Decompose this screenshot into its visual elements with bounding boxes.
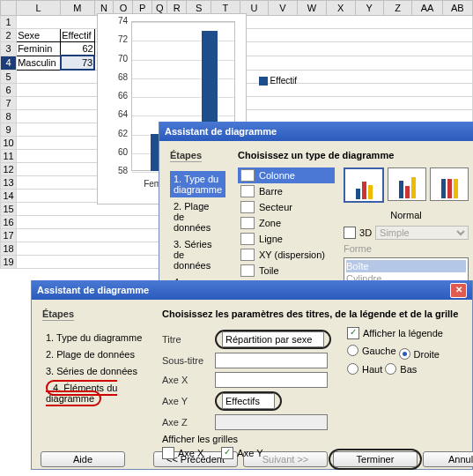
cell-M2[interactable]: Effectif: [61, 29, 94, 42]
row-header[interactable]: 10: [1, 137, 17, 150]
bar-chart-icon: [240, 185, 255, 197]
chart-legend: Effectif: [259, 76, 297, 86]
row-header[interactable]: 8: [1, 110, 17, 123]
col-header[interactable]: Z: [384, 1, 412, 16]
axex-input[interactable]: [215, 372, 328, 388]
legend-pos-bottom-radio[interactable]: Bas: [385, 363, 417, 375]
legend-pos-left-radio[interactable]: Gauche: [347, 345, 396, 356]
threeD-checkbox[interactable]: 3D: [344, 227, 372, 239]
chart-variant-thumb[interactable]: [344, 167, 384, 203]
variant-name: Normal: [344, 210, 469, 220]
row-header[interactable]: 13: [1, 176, 17, 190]
cell-L4[interactable]: Masculin: [17, 56, 61, 70]
row-header[interactable]: 16: [1, 216, 17, 229]
chart-type-item[interactable]: XY (dispersion): [238, 247, 335, 263]
steps-heading: Étapes: [42, 309, 74, 321]
row-header[interactable]: 6: [1, 84, 17, 97]
dialog-title: Assistant de diagramme: [165, 122, 277, 141]
gridx-checkbox[interactable]: Axe X: [162, 447, 203, 459]
row-header[interactable]: 4: [1, 56, 17, 70]
chart-type-item[interactable]: Secteur: [238, 199, 335, 215]
dialog-titlebar[interactable]: Assistant de diagramme ✕: [32, 280, 472, 300]
choose-type-label: Choisissez un type de diagramme: [238, 150, 469, 160]
row-header[interactable]: 14: [1, 190, 17, 203]
axey-input[interactable]: [222, 393, 275, 409]
help-button[interactable]: Aide: [41, 451, 125, 467]
gridy-checkbox[interactable]: ✓Axe Y: [221, 447, 262, 459]
grids-label: Afficher les grilles: [162, 434, 331, 444]
step-item[interactable]: 3. Séries de données: [170, 236, 225, 273]
axez-input: [215, 414, 328, 430]
axey-label: Axe Y: [162, 396, 208, 406]
cell-L2[interactable]: Sexe: [17, 29, 61, 42]
area-chart-icon: [240, 217, 255, 229]
chart-wizard-type-dialog: Assistant de diagramme Étapes 1. Type du…: [159, 122, 473, 294]
step-item[interactable]: 1. Type du diagramme: [170, 171, 225, 197]
dialog-title: Assistant de diagramme: [37, 280, 149, 300]
col-header[interactable]: M: [61, 1, 94, 16]
chart-variant-thumb[interactable]: [388, 167, 426, 201]
legend-swatch-icon: [259, 77, 268, 86]
step-item[interactable]: 2. Plage de données: [42, 346, 150, 362]
pie-chart-icon: [240, 201, 255, 213]
shape-label: Forme: [344, 243, 469, 254]
row-header[interactable]: 1: [1, 16, 17, 29]
dialog-titlebar[interactable]: Assistant de diagramme: [159, 122, 473, 141]
step-item[interactable]: 3. Séries de données: [42, 363, 150, 379]
col-header[interactable]: L: [17, 1, 61, 16]
row-header[interactable]: 18: [1, 242, 17, 256]
scatter-chart-icon: [240, 249, 255, 261]
legend-label: Effectif: [270, 76, 297, 86]
col-header[interactable]: Y: [355, 1, 384, 16]
choose-params-label: Choisissez les paramètres des titres, de…: [162, 309, 462, 319]
subtitle-label: Sous-titre: [162, 355, 208, 366]
legend-pos-right-radio[interactable]: Droite: [399, 348, 440, 360]
col-header[interactable]: W: [297, 1, 326, 16]
row-header[interactable]: 7: [1, 97, 17, 110]
radar-chart-icon: [240, 264, 255, 277]
steps-heading: Étapes: [170, 150, 202, 162]
chart-variant-thumb[interactable]: [430, 167, 469, 201]
row-header[interactable]: 11: [1, 150, 17, 163]
step-item[interactable]: 1. Type du diagramme: [42, 330, 150, 346]
show-legend-checkbox[interactable]: ✓Afficher la légende: [347, 327, 443, 339]
legend-pos-top-radio[interactable]: Haut: [347, 363, 382, 375]
cell-M4[interactable]: 73: [61, 56, 94, 70]
row-header[interactable]: 17: [1, 229, 17, 242]
threeD-look-select: Simple: [375, 226, 469, 240]
title-input[interactable]: [222, 331, 324, 347]
row-header[interactable]: 3: [1, 42, 17, 56]
chart-type-item[interactable]: Barre: [238, 183, 335, 199]
corner-cell[interactable]: [1, 1, 17, 16]
line-chart-icon: [240, 233, 255, 245]
cell-M3[interactable]: 62: [61, 42, 94, 56]
col-header[interactable]: AB: [442, 1, 472, 16]
chart-type-item[interactable]: Colonne: [238, 167, 335, 183]
finish-button[interactable]: Terminer: [333, 451, 418, 467]
axez-label: Axe Z: [162, 417, 208, 428]
row-header[interactable]: 19: [1, 256, 17, 269]
col-header[interactable]: V: [269, 1, 298, 16]
chart-type-item[interactable]: Toile: [238, 263, 335, 279]
cell-L3[interactable]: Feminin: [17, 42, 61, 56]
col-header[interactable]: AA: [412, 1, 442, 16]
chart-type-item[interactable]: Zone: [238, 215, 335, 231]
bar-chart-icon: [240, 169, 255, 182]
row-header[interactable]: 12: [1, 163, 17, 176]
axex-label: Axe X: [162, 375, 208, 385]
chart-wizard-elements-dialog: Assistant de diagramme ✕ Étapes 1. Type …: [31, 280, 473, 470]
row-header[interactable]: 15: [1, 203, 17, 216]
step-item[interactable]: 2. Plage de données: [170, 198, 225, 235]
step-item[interactable]: 4. Éléments du diagramme: [42, 380, 150, 406]
row-header[interactable]: 9: [1, 123, 17, 137]
row-header[interactable]: 2: [1, 29, 17, 42]
subtitle-input[interactable]: [215, 353, 328, 368]
close-icon[interactable]: ✕: [450, 283, 467, 298]
chart-type-item[interactable]: Ligne: [238, 231, 335, 247]
title-label: Titre: [162, 334, 208, 345]
col-header[interactable]: X: [326, 1, 355, 16]
row-header[interactable]: 5: [1, 70, 17, 84]
